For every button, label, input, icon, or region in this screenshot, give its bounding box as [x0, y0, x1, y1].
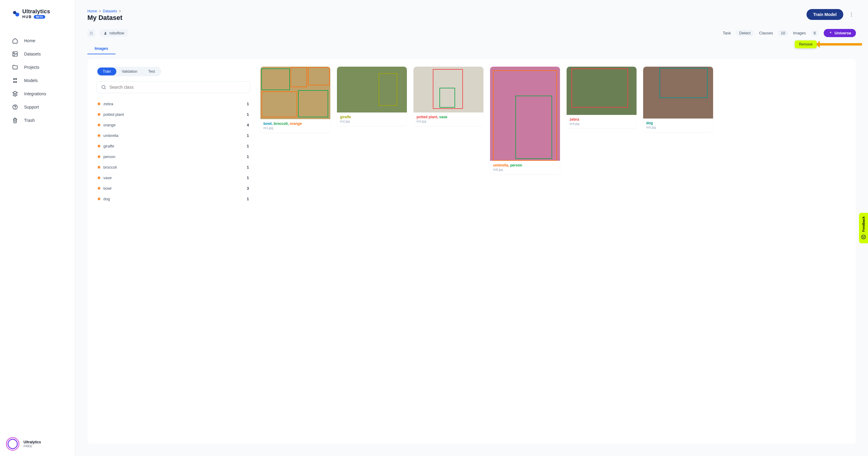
- breadcrumb-home[interactable]: Home: [87, 9, 97, 13]
- class-count: 1: [247, 112, 249, 117]
- owner-chip[interactable]: roboflow: [99, 29, 128, 37]
- split-tab-validation[interactable]: Validation: [116, 67, 143, 76]
- image-card[interactable]: potted plant, vaseim3.jpg: [413, 67, 484, 126]
- image-labels: potted plant, vase: [416, 115, 480, 119]
- universe-button[interactable]: Universe: [824, 29, 856, 37]
- sidebar-item-label: Models: [24, 78, 38, 83]
- bounding-box: [571, 68, 628, 108]
- sidebar-item-models[interactable]: Models: [7, 74, 68, 87]
- image-filename: im1.jpg: [264, 126, 327, 130]
- logo[interactable]: Ultralytics HUB BETA: [0, 8, 75, 28]
- svg-rect-9: [90, 33, 93, 35]
- class-bullet: [98, 176, 100, 179]
- class-row[interactable]: person1: [96, 151, 250, 162]
- class-count: 1: [247, 165, 249, 170]
- folder-icon: [12, 64, 18, 70]
- class-row[interactable]: dog1: [96, 194, 250, 204]
- class-row[interactable]: giraffe1: [96, 141, 250, 151]
- svg-point-1: [16, 12, 19, 16]
- lock-icon: [87, 29, 95, 37]
- sidebar-item-label: Projects: [24, 65, 39, 70]
- sidebar-item-label: Support: [24, 105, 39, 110]
- bounding-box: [298, 90, 328, 117]
- image-labels: giraffe: [340, 115, 404, 119]
- class-bullet: [98, 187, 100, 190]
- breadcrumb-datasets[interactable]: Datasets: [103, 9, 117, 13]
- class-name: orange: [103, 123, 116, 127]
- class-row[interactable]: broccoli1: [96, 162, 250, 172]
- tab-images[interactable]: Images: [87, 43, 116, 54]
- sidebar-item-datasets[interactable]: Datasets: [7, 47, 68, 61]
- help-icon: [12, 104, 18, 110]
- image-thumb: [413, 67, 484, 113]
- brand-hub: HUB: [22, 15, 32, 19]
- image-icon: [12, 51, 18, 57]
- images-label: Images: [793, 31, 806, 35]
- class-list: zebra1potted plant1orange4umbrella1giraf…: [96, 98, 250, 204]
- class-row[interactable]: vase1: [96, 172, 250, 183]
- class-name: vase: [103, 175, 112, 180]
- train-model-button[interactable]: Train Model: [807, 9, 843, 20]
- remove-overlay: Remove: [795, 40, 862, 48]
- more-vertical-icon: [849, 12, 854, 17]
- split-tab-test[interactable]: Test: [143, 67, 160, 76]
- feedback-tab[interactable]: Feedback: [859, 213, 868, 244]
- class-name: person: [103, 154, 116, 159]
- class-bullet: [98, 134, 100, 137]
- class-count: 1: [247, 197, 249, 201]
- user-footer[interactable]: Ultralytics FREE: [0, 437, 75, 451]
- image-card[interactable]: zebraim4.jpg: [567, 67, 637, 129]
- image-filename: im2.jpg: [340, 120, 404, 123]
- class-row[interactable]: zebra1: [96, 98, 250, 109]
- image-labels: bowl, broccoli, orange: [264, 121, 327, 126]
- class-count: 1: [247, 154, 249, 159]
- class-name: umbrella: [103, 133, 119, 138]
- breadcrumb: Home > Datasets >: [87, 9, 122, 13]
- svg-point-13: [863, 236, 863, 237]
- class-row[interactable]: umbrella1: [96, 130, 250, 141]
- classes-label: Classes: [759, 31, 773, 35]
- svg-point-8: [851, 16, 852, 16]
- class-count: 1: [247, 133, 249, 138]
- search-icon: [101, 84, 106, 90]
- search-box[interactable]: [96, 81, 250, 93]
- class-name: zebra: [103, 102, 113, 106]
- class-name: bowl: [103, 186, 112, 191]
- split-tabs: Train Validation Test: [96, 67, 161, 76]
- bounding-box: [516, 95, 552, 159]
- sidebar-item-support[interactable]: Support: [7, 101, 68, 114]
- bounding-box: [308, 67, 330, 85]
- sidebar-item-projects[interactable]: Projects: [7, 61, 68, 74]
- class-bullet: [98, 103, 100, 105]
- class-row[interactable]: bowl3: [96, 183, 250, 194]
- split-tab-train[interactable]: Train: [97, 67, 116, 76]
- arrow-annotation: [817, 43, 862, 46]
- task-label: Task: [723, 31, 731, 35]
- class-bullet: [98, 124, 100, 126]
- sidebar-item-label: Datasets: [24, 52, 41, 56]
- class-row[interactable]: orange4: [96, 120, 250, 130]
- images-value: 6: [811, 30, 819, 36]
- owner-name: roboflow: [110, 31, 124, 35]
- class-count: 1: [247, 102, 249, 106]
- svg-point-14: [864, 236, 865, 237]
- class-row[interactable]: potted plant1: [96, 109, 250, 120]
- image-card[interactable]: bowl, broccoli, orangeim1.jpg: [260, 67, 330, 133]
- smile-icon: [861, 234, 866, 239]
- class-name: dog: [103, 197, 110, 201]
- image-card[interactable]: dogim5.jpg: [643, 67, 713, 132]
- bounding-box: [659, 68, 708, 98]
- image-card[interactable]: giraffeim2.jpg: [337, 67, 407, 126]
- brand-badge: BETA: [34, 15, 45, 19]
- user-icon: [104, 31, 107, 35]
- class-count: 1: [247, 144, 249, 148]
- search-input[interactable]: [110, 85, 246, 90]
- class-bullet: [98, 113, 100, 116]
- sidebar-item-home[interactable]: Home: [7, 34, 68, 47]
- sidebar-item-trash[interactable]: Trash: [7, 114, 68, 127]
- sidebar-item-integrations[interactable]: Integrations: [7, 87, 68, 101]
- more-button[interactable]: [847, 10, 856, 19]
- image-card[interactable]: umbrella, personim6.jpg: [490, 67, 560, 174]
- svg-point-5: [15, 108, 16, 109]
- class-count: 4: [247, 123, 249, 127]
